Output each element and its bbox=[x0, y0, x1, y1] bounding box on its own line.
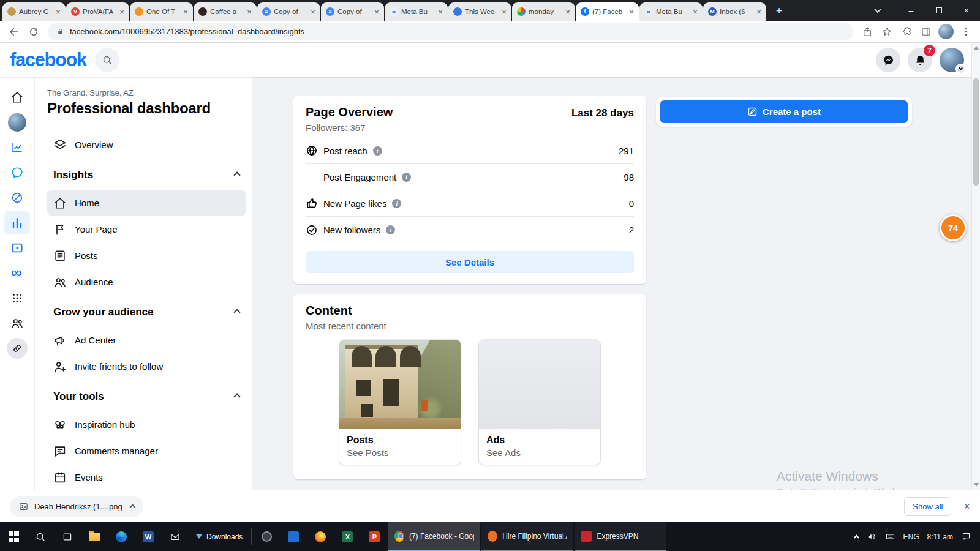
scroll-up-arrow[interactable] bbox=[974, 46, 979, 50]
scrollbar-thumb[interactable] bbox=[973, 78, 979, 186]
browser-tab[interactable]: Coffee a× bbox=[194, 2, 257, 21]
tab-close-icon[interactable]: × bbox=[691, 8, 699, 16]
sidebar-item-home[interactable]: Home bbox=[47, 190, 246, 216]
info-icon[interactable]: i bbox=[373, 146, 382, 156]
tab-close-icon[interactable]: × bbox=[564, 8, 572, 16]
taskbar-mail-icon[interactable] bbox=[162, 522, 189, 551]
search-icon[interactable] bbox=[95, 48, 119, 72]
sidebar-item-inspiration-hub[interactable]: Inspiration hub bbox=[47, 411, 246, 438]
taskbar-search-icon[interactable] bbox=[27, 522, 54, 551]
taskbar-powerpoint-icon[interactable]: P bbox=[361, 522, 388, 551]
browser-tab[interactable]: ≡Copy of× bbox=[321, 2, 384, 21]
taskbar-edge-icon[interactable] bbox=[108, 522, 135, 551]
tile-action-link[interactable]: See Posts bbox=[347, 448, 453, 458]
tab-close-icon[interactable]: × bbox=[436, 8, 445, 16]
sidebar-item-posts[interactable]: Posts bbox=[47, 242, 246, 269]
share-icon[interactable] bbox=[858, 23, 876, 40]
tab-close-icon[interactable]: × bbox=[372, 8, 381, 16]
browser-tab[interactable]: ∞Meta Bu× bbox=[385, 2, 448, 21]
rail-item-community[interactable] bbox=[4, 312, 30, 335]
taskbar-task-hire-filipino-virtual-a[interactable]: Hire Filipino Virtual A... bbox=[481, 522, 573, 551]
sidebar-item-events[interactable]: Events bbox=[47, 464, 246, 490]
taskbar-capture-icon[interactable] bbox=[253, 522, 280, 551]
close-button[interactable]: × bbox=[952, 0, 980, 21]
sidebar-item-ad-center[interactable]: Ad Center bbox=[47, 327, 246, 353]
browser-tab[interactable]: monday× bbox=[512, 2, 575, 21]
rail-item-link[interactable] bbox=[4, 337, 30, 360]
taskbar-word-icon[interactable]: W bbox=[135, 522, 162, 551]
bookmark-star-icon[interactable] bbox=[878, 23, 896, 40]
tab-close-icon[interactable]: × bbox=[309, 8, 317, 16]
back-button[interactable] bbox=[5, 23, 23, 40]
download-menu-chevron-icon[interactable] bbox=[129, 504, 135, 511]
browser-tab[interactable]: f(7) Faceb× bbox=[576, 2, 639, 21]
download-item[interactable]: Deah Hendriksz (1....png bbox=[10, 496, 143, 517]
notifications-bell-icon[interactable]: 7 bbox=[908, 48, 932, 72]
taskbar-excel-icon[interactable]: X bbox=[334, 522, 361, 551]
collapse-chevron-icon[interactable] bbox=[233, 171, 240, 178]
section-grow-your-audience[interactable]: Grow your audience bbox=[47, 298, 246, 327]
taskbar-task-view-icon[interactable] bbox=[54, 522, 81, 551]
tile-action-link[interactable]: See Ads bbox=[486, 448, 593, 458]
sidebar-item-overview[interactable]: Overview bbox=[47, 132, 246, 158]
reload-button[interactable] bbox=[24, 23, 43, 40]
see-details-button[interactable]: See Details bbox=[306, 251, 634, 273]
tab-close-icon[interactable]: × bbox=[245, 8, 254, 16]
taskbar-start-icon[interactable] bbox=[0, 522, 27, 551]
profile-avatar[interactable] bbox=[940, 48, 964, 72]
info-icon[interactable]: i bbox=[402, 173, 411, 182]
taskbar-photos-icon[interactable] bbox=[280, 522, 307, 551]
messenger-icon[interactable] bbox=[876, 48, 900, 72]
facebook-logo[interactable]: facebook bbox=[10, 49, 86, 71]
tab-close-icon[interactable]: × bbox=[181, 8, 190, 16]
action-center-icon[interactable] bbox=[961, 531, 971, 542]
tab-close-icon[interactable]: × bbox=[118, 8, 126, 16]
taskbar-task-7-facebook-googl[interactable]: (7) Facebook - Googl... bbox=[388, 522, 480, 551]
taskbar-firefox-icon[interactable] bbox=[307, 522, 334, 551]
sidebar-item-audience[interactable]: Audience bbox=[47, 269, 246, 295]
tab-close-icon[interactable]: × bbox=[54, 8, 62, 16]
rail-item-messages[interactable] bbox=[4, 161, 30, 184]
browser-tab[interactable]: ∞Meta Bu× bbox=[639, 2, 703, 21]
taskbar-file-explorer-icon[interactable] bbox=[81, 522, 108, 551]
browser-tab[interactable]: Aubrey G× bbox=[2, 2, 66, 21]
clock[interactable]: 8:11 am bbox=[927, 533, 953, 541]
info-icon[interactable]: i bbox=[386, 225, 395, 234]
extensions-icon[interactable] bbox=[897, 23, 916, 40]
tab-close-icon[interactable]: × bbox=[755, 8, 763, 16]
volume-icon[interactable] bbox=[867, 531, 877, 542]
rail-item-ads[interactable] bbox=[4, 186, 30, 209]
collapse-chevron-icon[interactable] bbox=[233, 393, 240, 400]
rail-item-apps[interactable] bbox=[4, 287, 30, 310]
rail-item-dashboard[interactable] bbox=[4, 211, 30, 234]
page-scrollbar[interactable] bbox=[971, 43, 980, 490]
browser-tab[interactable]: ≡Copy of× bbox=[257, 2, 320, 21]
rail-item-video[interactable] bbox=[4, 236, 30, 260]
browser-tab[interactable]: MInbox (6× bbox=[703, 2, 766, 21]
download-bar-close-icon[interactable]: × bbox=[963, 501, 970, 512]
info-icon[interactable]: i bbox=[392, 199, 401, 208]
content-tile-ads[interactable]: AdsSee Ads bbox=[479, 340, 600, 465]
rail-item-home[interactable] bbox=[4, 86, 30, 109]
create-post-button[interactable]: Create a post bbox=[660, 100, 908, 123]
rail-item-meta[interactable] bbox=[4, 261, 30, 285]
rail-item-profile[interactable] bbox=[4, 111, 30, 134]
new-tab-button[interactable]: + bbox=[771, 3, 787, 19]
browser-tab[interactable]: VProVA(FA× bbox=[66, 2, 129, 21]
tab-search-chevron-icon[interactable] bbox=[867, 0, 889, 21]
section-your-tools[interactable]: Your tools bbox=[47, 382, 246, 411]
language-indicator[interactable]: ENG bbox=[903, 533, 919, 541]
content-tile-posts[interactable]: PostsSee Posts bbox=[339, 340, 461, 465]
taskbar-task-expressvpn[interactable]: ExpressVPN bbox=[575, 522, 666, 551]
tab-close-icon[interactable]: × bbox=[627, 8, 636, 16]
sidebar-item-invite-friends-to-follow[interactable]: Invite friends to follow bbox=[47, 353, 246, 380]
side-panel-icon[interactable] bbox=[917, 23, 935, 40]
tab-close-icon[interactable]: × bbox=[500, 8, 508, 16]
sidebar-item-comments-manager[interactable]: Comments manager bbox=[47, 438, 246, 464]
downloads-toolbar[interactable]: Downloads bbox=[189, 522, 250, 551]
touch-keyboard-icon[interactable] bbox=[885, 531, 895, 542]
sidebar-item-your-page[interactable]: Your Page bbox=[47, 216, 246, 242]
collapse-chevron-icon[interactable] bbox=[233, 309, 240, 315]
scroll-down-arrow[interactable] bbox=[974, 483, 979, 487]
lock-icon[interactable] bbox=[56, 28, 64, 36]
